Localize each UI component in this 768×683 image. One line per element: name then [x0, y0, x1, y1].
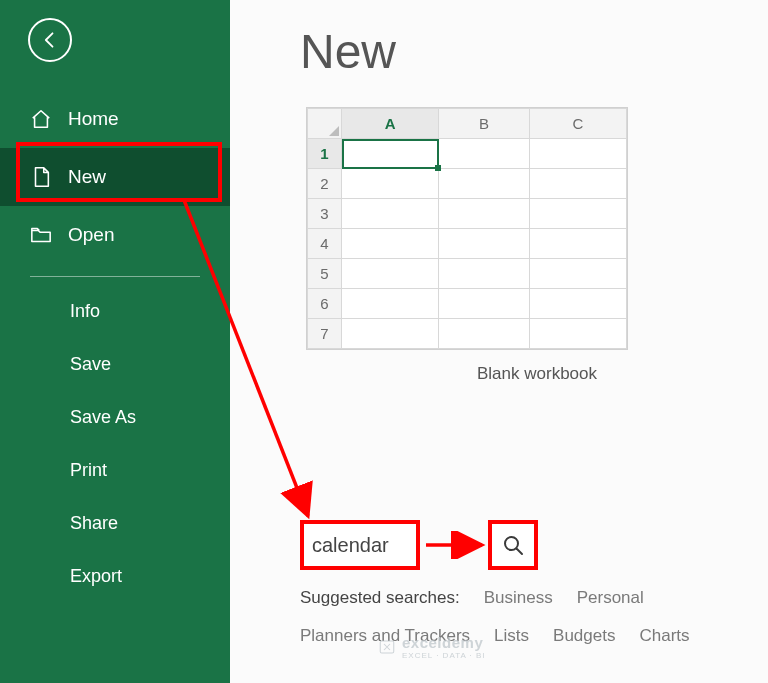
row-header: 7	[308, 319, 342, 349]
template-label: Blank workbook	[477, 364, 597, 384]
template-preview: A B C 1 2 3 4 5 6 7	[306, 107, 628, 350]
template-search-input[interactable]	[304, 524, 416, 566]
template-search-button[interactable]	[488, 520, 538, 570]
nav-open-label: Open	[68, 224, 114, 246]
cell	[342, 229, 439, 259]
nav-new-label: New	[68, 166, 106, 188]
home-icon	[30, 108, 52, 130]
nav-open[interactable]: Open	[0, 206, 230, 264]
nav-home[interactable]: Home	[0, 90, 230, 148]
annotation-highlight-search-input	[300, 520, 420, 570]
row-header: 3	[308, 199, 342, 229]
col-header: C	[529, 109, 626, 139]
suggested-link[interactable]: Budgets	[553, 626, 615, 646]
nav-home-label: Home	[68, 108, 119, 130]
cell	[439, 139, 529, 169]
col-header: B	[439, 109, 529, 139]
cell	[529, 259, 626, 289]
cell	[439, 229, 529, 259]
nav-saveas[interactable]: Save As	[0, 391, 230, 444]
watermark: exceldemy EXCEL · DATA · BI	[378, 634, 486, 660]
cell	[342, 169, 439, 199]
template-search-area: Suggested searches: Business Personal Pl…	[300, 520, 760, 646]
nav-separator	[30, 276, 200, 277]
cell	[529, 229, 626, 259]
svg-line-3	[517, 549, 523, 555]
cell	[342, 259, 439, 289]
nav-print[interactable]: Print	[0, 444, 230, 497]
cell	[439, 199, 529, 229]
annotation-arrow	[424, 531, 488, 559]
backstage-sidebar: Home New Open Info Save Save As Print Sh…	[0, 0, 230, 683]
cell	[342, 289, 439, 319]
cell	[342, 319, 439, 349]
file-icon	[30, 166, 52, 188]
row-header: 4	[308, 229, 342, 259]
nav-primary: Home New Open	[0, 90, 230, 264]
nav-info[interactable]: Info	[0, 285, 230, 338]
back-button[interactable]	[28, 18, 72, 62]
arrow-left-icon	[40, 30, 60, 50]
excel-icon	[378, 638, 396, 656]
nav-share[interactable]: Share	[0, 497, 230, 550]
row-header: 6	[308, 289, 342, 319]
cell	[439, 169, 529, 199]
suggested-link[interactable]: Charts	[639, 626, 689, 646]
row-header: 2	[308, 169, 342, 199]
col-header: A	[342, 109, 439, 139]
cell	[342, 199, 439, 229]
cell	[342, 139, 439, 169]
cell	[529, 289, 626, 319]
cell	[529, 169, 626, 199]
cell	[439, 289, 529, 319]
cell	[529, 319, 626, 349]
page-title: New	[300, 24, 768, 79]
suggested-link[interactable]: Lists	[494, 626, 529, 646]
nav-export[interactable]: Export	[0, 550, 230, 603]
cell	[529, 139, 626, 169]
template-blank-workbook[interactable]: A B C 1 2 3 4 5 6 7 Blank workbook	[306, 107, 768, 384]
cell	[439, 259, 529, 289]
nav-secondary: Info Save Save As Print Share Export	[0, 285, 230, 603]
nav-save[interactable]: Save	[0, 338, 230, 391]
suggested-label: Suggested searches:	[300, 588, 460, 608]
row-header: 1	[308, 139, 342, 169]
suggested-link[interactable]: Business	[484, 588, 553, 608]
row-header: 5	[308, 259, 342, 289]
cell	[529, 199, 626, 229]
folder-open-icon	[30, 224, 52, 246]
cell	[439, 319, 529, 349]
suggested-searches: Suggested searches: Business Personal Pl…	[300, 588, 760, 646]
nav-new[interactable]: New	[0, 148, 230, 206]
watermark-tagline: EXCEL · DATA · BI	[402, 651, 486, 660]
search-icon	[501, 533, 525, 557]
select-all-corner	[308, 109, 342, 139]
suggested-link[interactable]: Personal	[577, 588, 644, 608]
watermark-brand: exceldemy	[402, 634, 486, 651]
